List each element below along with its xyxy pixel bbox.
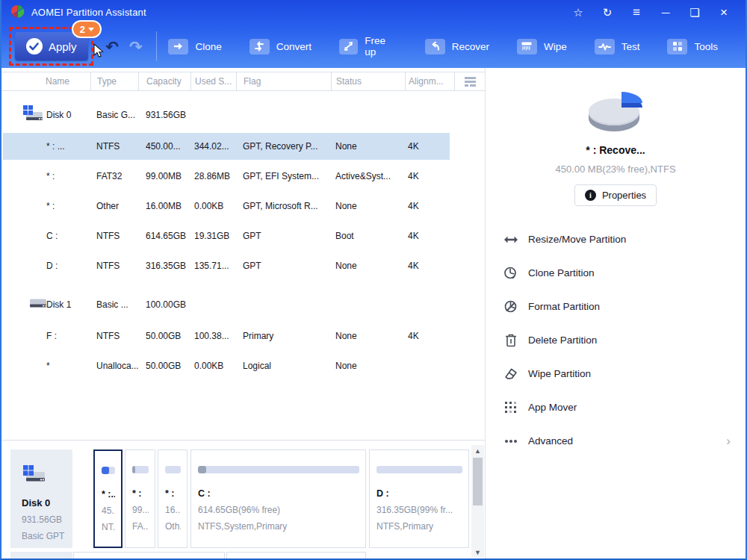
disk0-capacity: 931.56GB [22, 514, 72, 525]
wipe-button[interactable]: Wipe [517, 39, 567, 55]
chevron-down-icon [88, 28, 94, 31]
disk-map-block-d[interactable]: D : 316.35GB(99% fr... NTFS,Primary [369, 449, 469, 548]
cell-capacity: 99.00MB [138, 171, 190, 181]
menu-icon[interactable]: ≡ [628, 5, 645, 20]
action-wipe-partition[interactable]: Wipe Partition [486, 357, 746, 391]
details-panel: * : Recove... 450.00 MB(23% free),NTFS i… [485, 68, 746, 559]
undo-icon[interactable]: ↶ [105, 39, 119, 55]
minimize-icon[interactable]: ─ [657, 6, 674, 19]
header: AOMEI Partition Assistant ☆ ↻ ≡ ─ ❏ × Ap… [1, 0, 746, 68]
action-advanced[interactable]: Advanced › [486, 424, 746, 458]
column-capacity[interactable]: Capacity [138, 72, 190, 90]
apply-label: Apply [49, 40, 77, 53]
cell-alignment: 4K [405, 331, 454, 341]
close-icon[interactable]: × [716, 5, 732, 20]
cell-used: 0.00KB [190, 201, 236, 211]
cell-name: F : [1, 331, 90, 341]
action-resize-move[interactable]: Resize/Move Partition [486, 223, 746, 256]
cell-status: None [331, 201, 405, 211]
disk-map-block-recovery[interactable]: * :... 45... NT... [93, 449, 123, 548]
free-up-button[interactable]: Free up [339, 35, 397, 57]
cell-type: Basic ... [90, 299, 138, 310]
cell-status: Active&Syst... [331, 171, 405, 181]
table-row-unallocated[interactable]: * Unalloca... 50.00GB 0.00KB Logical Non… [1, 351, 485, 381]
cell-flag: Logical [236, 361, 331, 371]
list-view-icon[interactable] [454, 72, 485, 90]
cell-capacity: 100.00GB [138, 299, 190, 310]
capacity-bar [132, 466, 149, 473]
table-row-disk1[interactable]: Disk 1 Basic ... 100.00GB [1, 288, 485, 321]
disk0-card[interactable]: Disk 0 931.56GB Basic GPT [10, 449, 72, 548]
clone-label: Clone [195, 41, 221, 52]
action-format-partition[interactable]: Format Partition [486, 290, 746, 323]
disk1-card-partial[interactable] [10, 552, 72, 559]
clone-button[interactable]: Clone [168, 39, 221, 55]
tools-button[interactable]: Tools [667, 39, 718, 55]
app-logo-icon [10, 4, 25, 21]
action-label: Advanced [528, 435, 573, 447]
cell-type: Basic G... [90, 110, 138, 120]
wipe-icon [517, 39, 537, 55]
disk-map-block-efi[interactable]: * : 99.... FA... [125, 449, 155, 548]
block-name: C : [198, 488, 359, 499]
column-alignment[interactable]: Alignm... [405, 72, 454, 90]
app-window: AOMEI Partition Assistant ☆ ↻ ≡ ─ ❏ × Ap… [0, 0, 747, 560]
scroll-down-icon[interactable]: ▼ [471, 547, 484, 558]
scroll-up-icon[interactable]: ▲ [471, 445, 484, 456]
redo-icon[interactable]: ↷ [129, 39, 143, 55]
table-row-msr-partition[interactable]: * : Other 16.00MB 0.00KB GPT, Microsoft … [1, 191, 485, 221]
free-up-label: Free up [365, 35, 397, 57]
refresh-icon[interactable]: ↻ [599, 6, 616, 19]
cell-capacity: 50.00GB [138, 331, 190, 341]
block-filesystem: NTFS,Primary [376, 521, 462, 532]
star-icon[interactable]: ☆ [570, 6, 586, 19]
cell-name: * : [1, 171, 90, 181]
table-row-efi-partition[interactable]: * : FAT32 99.00MB 28.86MB GPT, EFI Syste… [1, 161, 485, 191]
action-app-mover[interactable]: App Mover [486, 391, 746, 424]
test-label: Test [622, 41, 640, 52]
cell-status: None [331, 141, 405, 152]
disk1-block-partial[interactable] [226, 552, 366, 559]
column-name[interactable]: Name [1, 72, 90, 90]
scrollbar-thumb[interactable] [473, 458, 483, 505]
column-status[interactable]: Status [331, 72, 405, 90]
block-filesystem: Oth... [165, 521, 181, 532]
table-row-d-partition[interactable]: D : NTFS 316.35GB 135.71... GPT None 4K [1, 251, 485, 281]
table-row-c-partition[interactable]: C : NTFS 614.65GB 19.31GB GPT Boot 4K [1, 221, 485, 251]
properties-button[interactable]: i Properties [574, 184, 657, 206]
maximize-icon[interactable]: ❏ [686, 6, 703, 19]
block-filesystem: NTFS,System,Primary [198, 521, 359, 532]
block-capacity: 45... [102, 505, 115, 516]
table-row-disk0[interactable]: Disk 0 Basic G... 931.56GB [1, 99, 485, 131]
free-up-icon [339, 39, 358, 55]
cell-flag: Primary [236, 331, 331, 341]
cell-capacity: 50.00GB [138, 361, 190, 371]
cell-alignment: 4K [405, 171, 454, 181]
test-button[interactable]: Test [595, 39, 640, 55]
scrollbar-track[interactable] [471, 456, 484, 547]
column-type[interactable]: Type [90, 72, 138, 90]
cell-status: None [331, 261, 405, 271]
cell-capacity: 316.35GB [138, 261, 190, 271]
action-clone-partition[interactable]: Clone Partition [486, 256, 746, 290]
table-row-recovery-partition[interactable]: * : ... NTFS 450.00... 344.02... GPT, Re… [1, 131, 485, 161]
cell-alignment: 4K [405, 141, 454, 152]
disk1-block-partial[interactable] [73, 552, 225, 559]
column-used-space[interactable]: Used S... [190, 72, 236, 90]
disk-map-block-c[interactable]: C : 614.65GB(96% free) NTFS,System,Prima… [190, 449, 366, 548]
cell-used: 135.71... [190, 261, 236, 271]
pending-operations-badge[interactable]: 2 [72, 20, 102, 38]
recover-button[interactable]: Recover [425, 39, 489, 55]
column-flag[interactable]: Flag [236, 72, 331, 90]
resize-move-icon [503, 234, 518, 246]
toolbar: Apply 2 ↶ ↷ Clone [1, 25, 746, 68]
table-row-f-partition[interactable]: F : NTFS 50.00GB 100.38... Primary None … [1, 321, 485, 351]
convert-button[interactable]: Convert [249, 39, 311, 55]
block-name: * :... [102, 489, 115, 500]
cell-flag: GPT [236, 261, 331, 271]
action-delete-partition[interactable]: Delete Partition [486, 323, 746, 357]
cell-alignment: 4K [405, 261, 454, 271]
disk-map-block-msr[interactable]: * : 16.... Oth... [158, 449, 187, 548]
action-label: Wipe Partition [528, 368, 591, 379]
disk-map-scrollbar[interactable]: ▲ ▼ [471, 445, 484, 558]
